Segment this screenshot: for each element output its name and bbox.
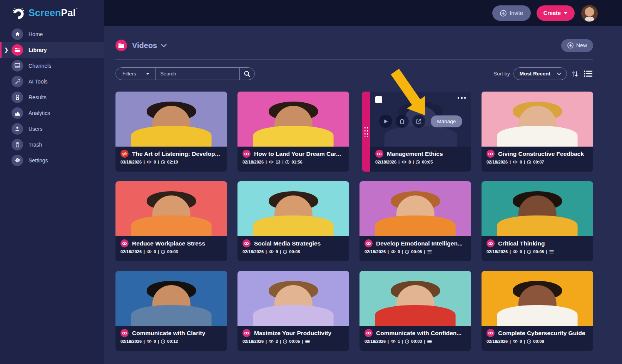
duration-icon (161, 160, 165, 164)
video-thumbnail[interactable]: Manage (370, 92, 471, 147)
video-card[interactable]: Manage Maximize Your Productivity 02/18/… (237, 271, 349, 351)
sidebar-item-users[interactable]: ❯ Users (0, 121, 104, 137)
sort-selected-value: Most Recent (520, 71, 550, 77)
sidebar-item-home[interactable]: ❯ Home (0, 26, 104, 42)
video-title: Complete Cybersecurity Guide (498, 330, 585, 337)
video-thumbnail[interactable]: Manage (115, 271, 227, 326)
video-info: Social Media Strategies 02/18/2026|9|00:… (237, 236, 349, 261)
play-button[interactable] (379, 115, 392, 128)
videos-dropdown-icon[interactable] (161, 44, 167, 47)
video-thumbnail[interactable]: Manage (359, 181, 471, 236)
view-count: 1 (398, 339, 400, 344)
video-card[interactable]: Manage The Art of Listening: Develop... … (115, 92, 227, 172)
video-thumbnail[interactable]: Manage (482, 181, 593, 236)
drag-handle[interactable] (362, 92, 370, 172)
video-date: 02/18/2026 (242, 339, 264, 344)
invite-button[interactable]: Invite (492, 5, 531, 21)
sidebar-item-channels[interactable]: ❯ Channels (0, 58, 104, 73)
clipboard-icon (399, 119, 405, 124)
video-meta: 02/18/2026|13|01:56 (242, 160, 344, 164)
search-button[interactable] (240, 68, 254, 80)
sort-dropdown[interactable]: Most Recent (513, 67, 567, 80)
video-card[interactable]: Manage Management Ethics 02/18/2026|8|00… (359, 92, 471, 172)
more-options-icon[interactable] (458, 97, 466, 99)
brand-logo[interactable]: ScreenPal° (0, 0, 104, 26)
video-date: 02/18/2026 (120, 249, 142, 254)
video-meta: 02/18/2026|8|00:05 (375, 160, 466, 164)
filters-dropdown[interactable]: Filters (116, 68, 155, 80)
user-avatar[interactable] (581, 5, 598, 22)
analytics-icon (12, 107, 23, 119)
video-title: Reduce Workplace Stress (132, 240, 205, 247)
open-external-button[interactable] (412, 115, 425, 128)
video-info: Communicate with Confiden... 02/18/2026|… (359, 326, 471, 351)
sidebar-item-analytics[interactable]: ❯ Analytics (0, 105, 104, 121)
video-card[interactable]: Manage Communicate with Confiden... 02/1… (359, 271, 471, 351)
video-thumbnail[interactable]: Manage (359, 271, 471, 326)
search-input[interactable] (156, 68, 239, 80)
video-date: 02/18/2026 (242, 160, 264, 164)
video-title: The Art of Listening: Develop... (132, 150, 220, 157)
view-count: 13 (276, 160, 280, 164)
video-thumbnail[interactable]: Manage (482, 271, 593, 326)
share-link-icon (487, 329, 495, 337)
view-count: 0 (520, 249, 522, 254)
sidebar-item-results[interactable]: ❯ Results (0, 89, 104, 105)
video-card[interactable]: Manage Giving Constructive Feedback 02/1… (482, 92, 593, 172)
video-thumbnail[interactable]: Manage (115, 92, 227, 147)
views-icon (269, 160, 274, 164)
video-card[interactable]: Manage Critical Thinking 02/18/2026|0|00… (482, 181, 593, 261)
list-view-button[interactable] (583, 70, 593, 78)
sidebar-item-trash[interactable]: ❯ Trash (0, 137, 104, 152)
share-link-icon (487, 150, 495, 158)
duration-icon (161, 339, 165, 344)
duration-icon (405, 250, 409, 254)
video-info: The Art of Listening: Develop... 03/18/2… (115, 147, 227, 172)
select-checkbox[interactable] (375, 96, 382, 103)
ai-tools-icon (12, 76, 23, 87)
views-icon (269, 250, 274, 254)
sidebar-item-settings[interactable]: ❯ Settings (0, 152, 104, 168)
video-thumbnail[interactable]: Manage (482, 92, 593, 147)
video-meta: 02/18/2026|0|00:07 (487, 160, 588, 164)
create-label: Create (543, 10, 561, 16)
hidden-eye-icon (120, 150, 129, 158)
manage-button[interactable]: Manage (431, 115, 463, 127)
video-card[interactable]: Manage Complete Cybersecurity Guide 02/1… (482, 271, 593, 351)
video-duration: 00:05 (422, 160, 433, 164)
video-duration: 00:07 (533, 160, 544, 164)
video-card[interactable]: Manage Develop Emotional Intelligen... 0… (359, 181, 471, 261)
create-button[interactable]: Create (537, 5, 575, 21)
share-link-icon (375, 150, 383, 158)
sidebar-item-ai-tools[interactable]: ❯ AI Tools (0, 73, 104, 89)
video-card[interactable]: Manage Social Media Strategies 02/18/202… (237, 181, 349, 261)
views-icon (391, 339, 396, 343)
video-thumbnail[interactable]: Manage (237, 92, 349, 147)
home-icon (12, 28, 23, 40)
video-card[interactable]: Manage How to Land Your Dream Car... 02/… (237, 92, 349, 172)
video-title: Management Ethics (387, 150, 443, 157)
video-date: 03/18/2026 (120, 160, 142, 164)
copy-button[interactable] (396, 115, 409, 128)
video-date: 02/18/2026 (120, 339, 142, 344)
video-thumbnail[interactable]: Manage (237, 271, 349, 326)
thumbnail-art (131, 215, 212, 236)
video-card[interactable]: Manage Communicate with Clarity 02/18/20… (115, 271, 227, 351)
results-icon (12, 92, 23, 103)
video-thumbnail[interactable]: Manage (115, 181, 227, 236)
sidebar-item-library[interactable]: ❯ Library (0, 42, 104, 58)
duration-icon (405, 339, 409, 344)
video-thumbnail[interactable]: Manage (237, 181, 349, 236)
view-count: 8 (408, 160, 411, 164)
open-external-icon (416, 119, 421, 124)
sort-direction-button[interactable] (570, 69, 580, 78)
sidebar-item-label: Channels (28, 63, 51, 69)
video-grid: Manage The Art of Listening: Develop... … (115, 92, 593, 351)
search-icon (244, 70, 251, 77)
video-card[interactable]: Manage Reduce Workplace Stress 02/18/202… (115, 181, 227, 261)
sidebar-item-label: AI Tools (28, 78, 48, 85)
video-duration: 00:12 (167, 339, 178, 344)
views-icon (147, 250, 152, 254)
new-button[interactable]: New (561, 39, 593, 52)
video-title: Social Media Strategies (254, 240, 321, 247)
